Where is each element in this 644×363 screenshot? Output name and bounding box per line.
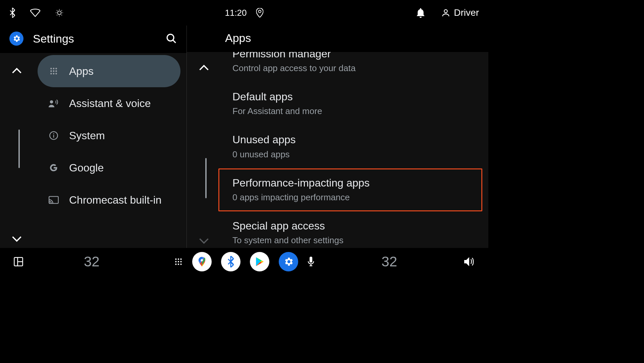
sidebar-scroll-down[interactable] <box>12 236 22 242</box>
status-left <box>9 8 64 18</box>
svg-point-14 <box>53 133 54 134</box>
svg-point-20 <box>180 258 181 260</box>
apps-grid-icon <box>48 67 60 75</box>
sidebar-items: Apps Assistant & voice System <box>38 53 180 216</box>
bell-icon[interactable] <box>416 8 425 18</box>
detail-item-title: Default apps <box>232 90 468 104</box>
gear-icon <box>283 256 294 267</box>
dock-temp-right[interactable]: 32 <box>381 254 397 270</box>
svg-point-5 <box>55 68 57 69</box>
dock-app-maps[interactable] <box>192 252 212 271</box>
detail-item-performance-impacting[interactable]: Performance-impacting apps 0 apps impact… <box>218 168 482 211</box>
svg-point-11 <box>55 73 57 74</box>
svg-point-8 <box>55 70 57 72</box>
detail-item-special-app-access[interactable]: Special app access To system and other s… <box>218 211 482 248</box>
sidebar-item-chromecast[interactable]: Chromecast built-in <box>38 184 180 216</box>
sidebar-item-google[interactable]: Google <box>38 152 180 184</box>
detail-item-default-apps[interactable]: Default apps For Assistant and more <box>218 82 482 125</box>
volume-icon[interactable] <box>464 257 475 266</box>
detail-item-sub: For Assistant and more <box>232 105 468 118</box>
sidebar-scrollbar[interactable] <box>18 129 20 168</box>
svg-point-9 <box>50 73 52 74</box>
sidebar-item-label: System <box>69 129 105 142</box>
svg-point-19 <box>178 258 179 260</box>
svg-point-10 <box>53 73 55 74</box>
detail-item-title: Performance-impacting apps <box>232 176 468 190</box>
detail-list: Permission manager Control app access to… <box>187 52 488 248</box>
detail-scroll-col <box>187 52 220 248</box>
sidebar-list: Apps Assistant & voice System <box>0 53 186 248</box>
dashboard-icon[interactable] <box>13 257 23 267</box>
svg-point-4 <box>53 68 55 69</box>
right-pane: Apps Permission manager Control app acce… <box>187 25 488 248</box>
dock-temp-left[interactable]: 32 <box>84 254 100 270</box>
status-center: 11:20 <box>225 8 263 18</box>
bluetooth-icon <box>9 8 15 18</box>
svg-point-26 <box>180 263 181 265</box>
svg-point-7 <box>53 70 55 72</box>
clock-time: 11:20 <box>225 8 247 18</box>
svg-point-3 <box>50 68 52 69</box>
detail-title: Apps <box>225 32 251 45</box>
detail-scrollbar[interactable] <box>205 158 207 198</box>
info-icon <box>48 131 60 140</box>
detail-scroll-up[interactable] <box>199 65 209 71</box>
settings-title: Settings <box>33 32 166 45</box>
dock-app-play-store[interactable] <box>250 252 269 271</box>
detail-item-sub: 0 apps impacting performance <box>232 191 468 204</box>
svg-point-6 <box>50 70 52 72</box>
google-g-icon <box>48 163 60 172</box>
sidebar-item-system[interactable]: System <box>38 119 180 152</box>
search-icon <box>166 33 177 44</box>
wifi-icon <box>30 9 40 17</box>
dock-app-settings[interactable] <box>279 252 298 271</box>
search-button[interactable] <box>166 33 177 44</box>
play-store-icon <box>254 256 265 267</box>
detail-item-unused-apps[interactable]: Unused apps 0 unused apps <box>218 125 482 168</box>
sidebar-scroll-up[interactable] <box>12 68 22 74</box>
dock-center <box>174 252 314 271</box>
sidebar-item-label: Assistant & voice <box>69 97 151 110</box>
dock-right: 32 <box>381 254 475 270</box>
settings-header: Settings <box>0 25 186 53</box>
status-bar: 11:20 Driver <box>0 0 488 25</box>
detail-item-permission-manager[interactable]: Permission manager Control app access to… <box>218 52 482 82</box>
detail-item-title: Unused apps <box>232 133 468 147</box>
dock-app-bluetooth[interactable] <box>221 252 240 271</box>
detail-item-sub: 0 unused apps <box>232 148 468 161</box>
mic-icon[interactable] <box>308 257 314 267</box>
svg-point-1 <box>444 10 447 13</box>
svg-rect-28 <box>310 257 312 263</box>
detail-item-sub: To system and other settings <box>232 234 468 247</box>
location-icon <box>256 8 264 17</box>
settings-gear-icon <box>9 32 23 46</box>
svg-point-0 <box>58 11 61 15</box>
detail-header: Apps <box>187 25 488 52</box>
svg-point-22 <box>178 261 179 262</box>
sidebar-item-label: Chromecast built-in <box>69 194 162 206</box>
sidebar-item-apps[interactable]: Apps <box>38 55 180 87</box>
svg-point-25 <box>178 263 179 265</box>
bottom-dock: 32 32 <box>0 248 488 275</box>
detail-scroll-down[interactable] <box>199 238 209 244</box>
detail-items: Permission manager Control app access to… <box>218 52 482 248</box>
assistant-voice-icon <box>48 99 60 108</box>
svg-point-2 <box>167 34 174 41</box>
left-pane: Settings Apps <box>0 25 187 248</box>
bluetooth-icon <box>227 256 234 267</box>
detail-item-sub: Control app access to your data <box>232 62 468 75</box>
maps-icon <box>196 256 208 267</box>
brightness-icon <box>55 8 64 17</box>
chevron-up-icon <box>199 65 209 71</box>
svg-point-18 <box>175 258 176 260</box>
sidebar-item-assistant[interactable]: Assistant & voice <box>38 87 180 119</box>
sidebar-item-label: Google <box>69 162 104 174</box>
detail-item-title: Permission manager <box>232 52 468 61</box>
user-profile[interactable]: Driver <box>441 7 479 18</box>
status-right: Driver <box>416 7 479 18</box>
sidebar-item-label: Apps <box>69 65 94 77</box>
sidebar-scroll-col <box>0 53 34 248</box>
chevron-down-icon <box>12 236 22 242</box>
chevron-up-icon <box>12 68 22 74</box>
app-launcher-icon[interactable] <box>174 257 183 266</box>
